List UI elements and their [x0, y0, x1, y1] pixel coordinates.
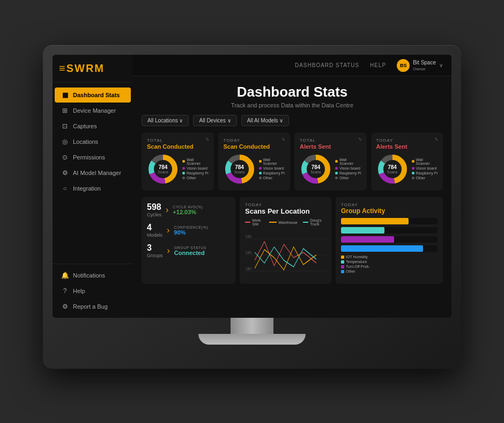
- edit-icon-2[interactable]: ✎: [281, 137, 286, 142]
- models-label: Models: [147, 232, 162, 238]
- bug-icon: ⚙: [61, 303, 69, 310]
- scans-chart-type: TODAY: [245, 202, 326, 207]
- sidebar-item-label: Permissions: [73, 154, 105, 161]
- main-content: Dashboard Stats Track and process Data w…: [133, 76, 451, 318]
- activity-title: Group Activity: [341, 207, 438, 215]
- metric-cycles: 598 Cycles › CYCLE AVG(%) +12.03%: [147, 202, 230, 217]
- header-help[interactable]: HELP: [370, 62, 386, 68]
- confidence-value: 90%: [174, 229, 208, 236]
- donut-1: 784 Scans: [147, 153, 179, 185]
- donut-4: 784 Scans: [376, 153, 409, 185]
- legend-warehouse: Warehouse: [269, 218, 298, 226]
- activity-legend-2: Turn-Off Prob.: [341, 265, 438, 268]
- logo-lines: ≡: [59, 62, 66, 74]
- donut-label-2: 784 Scans: [234, 165, 244, 174]
- stat-title-1: Scan Conducted: [147, 143, 209, 150]
- page-title: Dashboard Stats: [142, 84, 443, 100]
- user-name: Bit Space Owner: [413, 60, 436, 71]
- sidebar-item-captures[interactable]: ⊡ Captures: [55, 119, 131, 134]
- groups-arrow: ›: [167, 246, 170, 256]
- activity-legend: IOT Humidity Temperature Turn-Off Prob.: [341, 255, 438, 273]
- donut-legend-4: Wall Scanner Vision board Raspberry Pi O…: [412, 158, 438, 181]
- donut-container-3: 784 Scans Wall Scanner Vision board Rasp…: [300, 153, 361, 185]
- donut-legend-3: Wall Scanner Vision board Raspberry Pi O…: [335, 158, 361, 181]
- dashboard-icon: ▦: [61, 91, 69, 99]
- donut-label-1: 784 Scans: [158, 165, 168, 174]
- monitor-wrapper: ≡SWRM ▦ Dashboard Stats ⊞ Device Manager: [43, 45, 461, 378]
- sidebar-item-label: AI Model Manager: [73, 170, 121, 176]
- cycles-value: 598: [147, 202, 161, 212]
- bar-track-3: [341, 245, 438, 252]
- sidebar-item-ai[interactable]: ⚙ AI Model Manager: [55, 165, 131, 180]
- sidebar-item-locations[interactable]: ◎ Locations: [55, 134, 131, 149]
- user-badge[interactable]: BS Bit Space Owner ∨: [397, 59, 443, 72]
- sidebar-item-label: Captures: [73, 123, 97, 129]
- sidebar-item-label: Help: [73, 288, 85, 294]
- activity-legend-0: IOT Humidity: [341, 255, 438, 259]
- cycle-avg-label: CYCLE AVG(%): [173, 205, 203, 209]
- stat-type-1: TOTAL: [147, 138, 209, 143]
- activity-type: TODAY: [341, 202, 438, 207]
- groups-label: Groups: [147, 253, 163, 258]
- sidebar: ≡SWRM ▦ Dashboard Stats ⊞ Device Manager: [53, 55, 133, 318]
- bar-fill-1: [341, 227, 384, 234]
- donut-container-2: 784 Scans Wall Scanner Vision board Rasp…: [224, 153, 285, 185]
- svg-text:8,000: 8,000: [246, 251, 251, 254]
- permissions-icon: ⊙: [61, 154, 69, 161]
- cycles-arrow: ›: [166, 205, 168, 215]
- filter-devices[interactable]: All Devices ∨: [193, 115, 236, 126]
- sidebar-bottom: 🔔 Notifications ? Help ⚙ Report a Bug: [53, 264, 133, 318]
- header: DASHBOARD STATUS HELP BS Bit Space Owner…: [133, 55, 451, 76]
- header-dashboard-status[interactable]: DASHBOARD STATUS: [295, 62, 359, 68]
- cycle-avg-value: +12.03%: [173, 209, 203, 215]
- scans-chart-card: TODAY Scans Per Location Work Site: [240, 197, 331, 284]
- sidebar-item-permissions[interactable]: ⊙ Permissions: [55, 150, 131, 165]
- sidebar-item-integration[interactable]: ○ Integration: [55, 181, 131, 196]
- sidebar-item-label: Integration: [73, 185, 101, 192]
- donut-container-1: 784 Scans Wall Scanner Vision board Rasp…: [147, 153, 209, 185]
- activity-legend-3: Other: [341, 269, 438, 273]
- bar-track-0: [341, 218, 438, 224]
- stats-row: TOTAL Scan Conducted ✎: [142, 133, 443, 191]
- stand-base: [198, 334, 306, 345]
- locations-icon: ◎: [61, 138, 69, 145]
- edit-icon-1[interactable]: ✎: [205, 137, 210, 142]
- sidebar-item-label: Device Manager: [73, 107, 116, 114]
- groups-value: 3: [147, 243, 163, 253]
- group-status-label: GROUP STATUS: [174, 246, 206, 250]
- legend-dougs-truck: Doug's Truck: [303, 218, 326, 226]
- filter-locations[interactable]: All Locations ∨: [142, 115, 189, 126]
- scans-chart-legend: Work Site Warehouse Doug's Truck: [245, 218, 326, 226]
- sidebar-item-device[interactable]: ⊞ Device Manager: [55, 103, 131, 118]
- scans-chart-title-row: TODAY Scans Per Location: [245, 202, 326, 215]
- bar-track-2: [341, 236, 438, 243]
- stat-title-3: Alerts Sent: [300, 143, 361, 150]
- donut-2: 784 Scans: [224, 153, 256, 185]
- edit-icon-4[interactable]: ✎: [434, 137, 439, 142]
- filters-row: All Locations ∨ All Devices ∨ All AI Mod…: [142, 115, 443, 126]
- sidebar-item-notifications[interactable]: 🔔 Notifications: [55, 268, 131, 283]
- filter-ai-models[interactable]: All AI Models ∨: [241, 115, 290, 126]
- integration-icon: ○: [61, 185, 69, 192]
- activity-legend-1: Temperature: [341, 260, 438, 264]
- metrics-card: 598 Cycles › CYCLE AVG(%) +12.03%: [142, 197, 235, 284]
- bottom-row: 598 Cycles › CYCLE AVG(%) +12.03%: [142, 197, 443, 284]
- metric-models: 4 Models › CONFIDENCE(%) 90%: [147, 223, 230, 238]
- bar-row-1: [341, 227, 438, 234]
- logo-text: ≡SWRM: [59, 62, 105, 74]
- bar-fill-0: [341, 218, 409, 224]
- device-icon: ⊞: [61, 107, 69, 114]
- sidebar-item-bug[interactable]: ⚙ Report a Bug: [55, 299, 131, 314]
- bar-fill-3: [341, 245, 423, 252]
- activity-card: TODAY Group Activity: [336, 197, 443, 284]
- models-arrow: ›: [167, 225, 169, 235]
- bar-fill-2: [341, 236, 394, 243]
- group-status-value: Connected: [174, 250, 206, 256]
- help-icon: ?: [61, 287, 69, 295]
- edit-icon-3[interactable]: ✎: [358, 137, 362, 142]
- cycles-label: Cycles: [147, 212, 161, 217]
- notifications-icon: 🔔: [61, 272, 69, 279]
- sidebar-item-dashboard[interactable]: ▦ Dashboard Stats: [55, 87, 131, 103]
- sidebar-item-help[interactable]: ? Help: [55, 283, 131, 298]
- donut-legend-2: Wall Scanner Vision board Raspberry Pi O…: [259, 158, 285, 181]
